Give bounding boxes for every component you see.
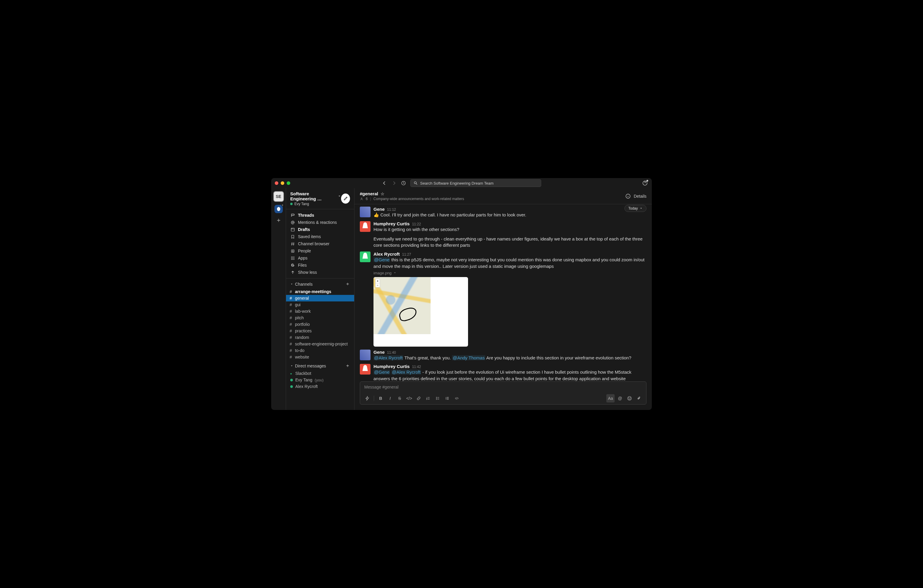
attach-button[interactable]	[635, 394, 643, 402]
members-icon	[360, 197, 363, 200]
message-author[interactable]: Humphrey Curtis	[373, 364, 410, 369]
history-button[interactable]	[401, 181, 406, 186]
avatar[interactable]	[360, 221, 371, 232]
nav-item-label: Mentions & reactions	[298, 220, 337, 225]
channel-item-pitch[interactable]: #pitch	[286, 315, 354, 321]
mention[interactable]: @Gene	[373, 257, 390, 262]
channel-item-gui[interactable]: #gui	[286, 301, 354, 308]
image-attachment[interactable]: +−	[373, 277, 468, 347]
member-count[interactable]: 6	[366, 197, 368, 201]
nav-item-people[interactable]: People	[286, 247, 354, 255]
mention[interactable]: @Andy Thomas	[452, 355, 485, 360]
channel-label: arrange-meettings	[295, 289, 331, 294]
code-button[interactable]: </>	[405, 394, 413, 402]
message-author[interactable]: Humphrey Curtis	[373, 221, 410, 226]
nav-item-show-less[interactable]: Show less	[286, 269, 354, 276]
star-channel-button[interactable]: ☆	[381, 191, 384, 196]
add-channel-button[interactable]: ＋	[345, 281, 350, 287]
workspace-header[interactable]: Software Engineering … Evy Tang	[286, 188, 354, 209]
message-time: 11:40	[387, 350, 396, 355]
close-window-button[interactable]	[275, 181, 278, 185]
composer-input[interactable]: Message #general	[360, 382, 646, 393]
emoji-button[interactable]	[625, 394, 634, 402]
blockquote-button[interactable]	[443, 394, 452, 402]
add-workspace-button[interactable]: ＋	[276, 216, 282, 224]
shortcuts-button[interactable]	[363, 394, 371, 402]
channel-item-practices[interactable]: #practices	[286, 328, 354, 334]
bold-button[interactable]: B	[376, 394, 385, 402]
link-button[interactable]	[414, 394, 423, 402]
avatar[interactable]	[360, 350, 371, 360]
svg-point-1	[414, 182, 416, 184]
formatting-toggle-button[interactable]: Aa	[606, 394, 615, 402]
search-input[interactable]: Search Software Engineering Dream Team	[411, 179, 541, 187]
history-forward-button[interactable]	[391, 181, 397, 186]
current-user-name: Evy Tang	[294, 202, 309, 206]
history-back-button[interactable]	[382, 181, 387, 186]
channel-item-random[interactable]: #random	[286, 334, 354, 341]
channel-item-general[interactable]: #general	[286, 295, 354, 301]
avatar[interactable]	[360, 207, 371, 217]
details-button[interactable]: Details	[634, 194, 647, 199]
compose-button[interactable]	[341, 194, 350, 204]
message-author[interactable]: Gene	[373, 207, 385, 212]
chevron-down-icon	[338, 194, 341, 198]
nav-item-saved[interactable]: Saved items	[286, 233, 354, 240]
dms-toggle[interactable]: Direct messages	[290, 363, 326, 368]
help-button[interactable]	[642, 181, 648, 186]
svg-point-6	[292, 250, 293, 251]
main-panel: #general ☆ 6 | Company-wide announcement…	[355, 188, 652, 410]
channel-item-software-engineernig-project[interactable]: #software-engineernig-project	[286, 341, 354, 347]
svg-rect-4	[291, 228, 294, 231]
workspace-switcher-secondary[interactable]	[274, 205, 283, 213]
message-text: Eventually we need to go through - clean…	[373, 236, 647, 249]
channel-item-lab-work[interactable]: #lab-work	[286, 308, 354, 315]
channel-label: general	[295, 296, 309, 301]
nav-item-files[interactable]: Files	[286, 261, 354, 269]
minimize-window-button[interactable]	[281, 181, 284, 185]
avatar[interactable]	[360, 251, 371, 262]
channel-item-arrange-meettings[interactable]: #arrange-meettings	[286, 288, 354, 295]
channel-item-website[interactable]: #website	[286, 354, 354, 360]
channel-name[interactable]: #general	[360, 191, 378, 196]
channel-item-to-do[interactable]: #to-do	[286, 347, 354, 354]
mention[interactable]: @Alex Rycroft	[373, 355, 403, 360]
hash-icon: #	[290, 322, 292, 327]
svg-point-16	[361, 198, 362, 199]
message-author[interactable]: Alex Rycroft	[373, 251, 400, 256]
channel-browser-icon	[290, 242, 295, 246]
nav-item-mentions[interactable]: Mentions & reactions	[286, 219, 354, 226]
message-composer[interactable]: Message #general B I S </>	[360, 381, 647, 404]
italic-button[interactable]: I	[386, 394, 394, 402]
workspace-switcher-primary[interactable]: SE	[273, 191, 284, 202]
ordered-list-button[interactable]	[424, 394, 432, 402]
channel-topic[interactable]: Company-wide announcements and work-rela…	[373, 197, 464, 201]
dm-item[interactable]: Evy Tang (you)	[286, 377, 354, 383]
message-row: Gene 11:40 @Alex Rycroft That's great, t…	[360, 350, 647, 361]
mention[interactable]: @Gene	[373, 370, 390, 374]
channel-label: pitch	[295, 315, 304, 320]
nav-item-threads[interactable]: Threads	[286, 212, 354, 219]
bullet-list-button[interactable]	[434, 394, 442, 402]
strikethrough-button[interactable]: S	[396, 394, 404, 402]
date-jumper[interactable]: Today	[624, 205, 647, 212]
maximize-window-button[interactable]	[287, 181, 290, 185]
nav-item-apps[interactable]: Apps	[286, 255, 354, 261]
nav-item-label: Saved items	[298, 234, 321, 239]
nav-item-drafts[interactable]: Drafts	[286, 226, 354, 233]
code-block-button[interactable]	[453, 394, 461, 402]
messages-pane[interactable]: Today Gene 11:12 👍 Cool. I'll try and jo…	[355, 204, 652, 381]
attachment-label[interactable]: image.png	[373, 271, 647, 275]
nav-item-channel-browser[interactable]: Channel browser	[286, 240, 354, 247]
add-dm-button[interactable]: ＋	[345, 363, 350, 369]
channels-toggle[interactable]: Channels	[290, 282, 312, 287]
nav-item-label: Files	[298, 263, 307, 268]
info-icon[interactable]	[625, 194, 631, 199]
avatar[interactable]	[360, 364, 371, 374]
channel-item-portfolio[interactable]: #portfolio	[286, 321, 354, 328]
message-author[interactable]: Gene	[373, 350, 385, 355]
mention-button[interactable]: @	[616, 394, 624, 402]
dm-item[interactable]: Alex Rycroft	[286, 383, 354, 390]
mention[interactable]: @Alex Rycroft	[391, 370, 421, 374]
dm-item[interactable]: ♥Slackbot	[286, 370, 354, 377]
